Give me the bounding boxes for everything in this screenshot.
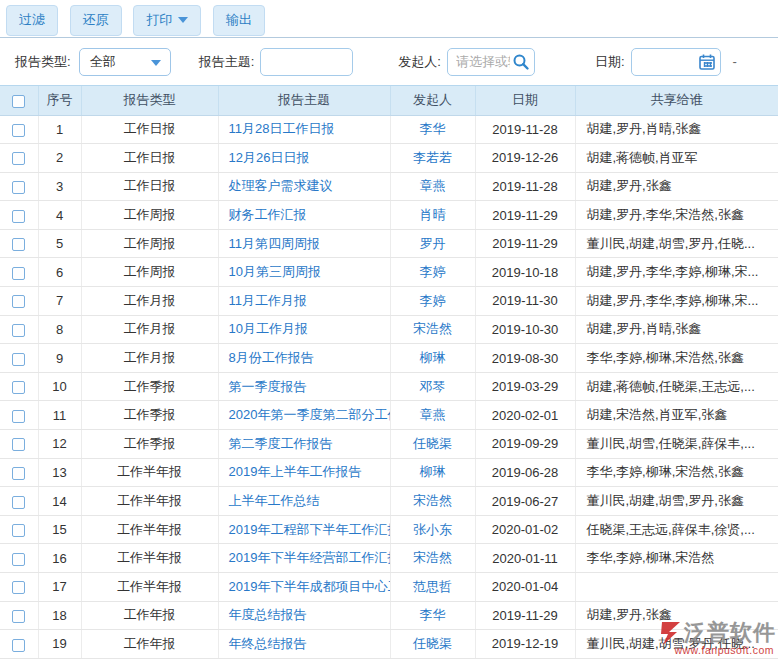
initiator-link[interactable]: 邓琴 <box>420 379 446 394</box>
row-checkbox[interactable] <box>12 238 25 251</box>
cell-report-type: 工作周报 <box>81 201 218 230</box>
cell-date: 2019-12-26 <box>475 144 575 173</box>
cell-no: 10 <box>38 372 81 401</box>
report-subject-link[interactable]: 年终总结报告 <box>229 636 307 651</box>
row-checkbox[interactable] <box>12 124 25 137</box>
cell-report-type: 工作季报 <box>81 401 218 430</box>
initiator-link[interactable]: 任晓渠 <box>413 436 452 451</box>
report-subject-link[interactable]: 处理客户需求建议 <box>229 178 333 193</box>
report-subject-link[interactable]: 10月工作月报 <box>229 321 308 336</box>
row-checkbox[interactable] <box>12 267 25 280</box>
table-row: 10工作季报第一季度报告邓琴2019-03-29胡建,蒋德帧,任晓渠,王志远,.… <box>0 372 778 401</box>
row-checkbox[interactable] <box>12 639 25 652</box>
table-body: 1工作日报11月28日工作日报李华2019-11-28胡建,罗丹,肖晴,张鑫2工… <box>0 115 778 658</box>
report-subject-link[interactable]: 10月第三周周报 <box>229 264 321 279</box>
initiator-link[interactable]: 李婷 <box>420 293 446 308</box>
row-checkbox[interactable] <box>12 353 25 366</box>
select-all-checkbox[interactable] <box>12 95 25 108</box>
print-button-label: 打印 <box>146 12 172 27</box>
initiator-link[interactable]: 章燕 <box>420 178 446 193</box>
row-checkbox[interactable] <box>12 152 25 165</box>
report-subject-link[interactable]: 2020年第一季度第二部分工作 <box>229 407 391 422</box>
table-row: 7工作月报11月工作月报李婷2019-11-30胡建,罗丹,李华,李婷,柳琳,宋… <box>0 287 778 316</box>
row-checkbox[interactable] <box>12 524 25 537</box>
report-table: 序号 报告类型 报告主题 发起人 日期 共享给谁 1工作日报11月28日工作日报… <box>0 86 778 659</box>
calendar-icon[interactable] <box>698 53 716 71</box>
report-subject-link[interactable]: 8月份工作报告 <box>229 350 314 365</box>
print-button[interactable]: 打印 <box>133 5 201 36</box>
search-icon[interactable] <box>512 53 530 71</box>
initiator-link[interactable]: 宋浩然 <box>413 550 452 565</box>
row-checkbox[interactable] <box>12 467 25 480</box>
report-subject-link[interactable]: 11月工作月报 <box>229 293 308 308</box>
cell-shared-with: 胡建,罗丹,张鑫 <box>575 172 778 201</box>
report-subject-link[interactable]: 11月28日工作日报 <box>229 121 335 136</box>
cell-no: 17 <box>38 573 81 602</box>
initiator-link[interactable]: 李华 <box>420 121 446 136</box>
cell-date: 2020-01-11 <box>475 544 575 573</box>
cell-date: 2019-12-19 <box>475 630 575 659</box>
initiator-link[interactable]: 李婷 <box>420 264 446 279</box>
row-checkbox[interactable] <box>12 581 25 594</box>
report-type-select[interactable]: 全部 <box>79 48 171 76</box>
table-row: 19工作年报年终总结报告任晓渠2019-12-19董川民,胡建,胡雪,罗丹,任晓… <box>0 630 778 659</box>
initiator-link[interactable]: 柳琳 <box>420 464 446 479</box>
chevron-down-icon <box>151 60 161 66</box>
row-checkbox[interactable] <box>12 210 25 223</box>
report-subject-link[interactable]: 第二季度工作报告 <box>229 436 333 451</box>
initiator-link[interactable]: 张小东 <box>413 522 452 537</box>
cell-date: 2019-06-28 <box>475 458 575 487</box>
initiator-link[interactable]: 肖晴 <box>420 207 446 222</box>
initiator-link[interactable]: 范思哲 <box>413 579 452 594</box>
row-checkbox[interactable] <box>12 324 25 337</box>
initiator-link[interactable]: 罗丹 <box>420 236 446 251</box>
initiator-link[interactable]: 柳琳 <box>420 350 446 365</box>
date-range-separator: - <box>733 54 737 69</box>
cell-shared-with: 胡建,蒋德帧,任晓渠,王志远,... <box>575 372 778 401</box>
initiator-link[interactable]: 宋浩然 <box>413 493 452 508</box>
cell-date: 2019-09-29 <box>475 430 575 459</box>
row-checkbox[interactable] <box>12 553 25 566</box>
row-checkbox[interactable] <box>12 410 25 423</box>
initiator-link[interactable]: 李华 <box>420 607 446 622</box>
report-subject-link[interactable]: 上半年工作总结 <box>229 493 320 508</box>
row-checkbox[interactable] <box>12 381 25 394</box>
chevron-down-icon <box>178 17 188 23</box>
cell-shared-with: 胡建,罗丹,李华,李婷,柳琳,宋... <box>575 258 778 287</box>
table-row: 8工作月报10月工作月报宋浩然2019-10-30胡建,罗丹,肖晴,张鑫 <box>0 315 778 344</box>
cell-report-type: 工作半年报 <box>81 544 218 573</box>
initiator-link[interactable]: 任晓渠 <box>413 636 452 651</box>
report-subject-link[interactable]: 2019年上半年工作报告 <box>229 464 362 479</box>
report-subject-link[interactable]: 2019年工程部下半年工作汇报 <box>229 522 391 537</box>
subject-input[interactable] <box>260 48 353 76</box>
report-subject-link[interactable]: 12月26日日报 <box>229 150 310 165</box>
report-subject-link[interactable]: 2019年下半年成都项目中心工 <box>229 579 391 594</box>
row-checkbox[interactable] <box>12 181 25 194</box>
report-type-label: 报告类型: <box>15 53 71 71</box>
reset-button[interactable]: 还原 <box>70 5 122 36</box>
row-checkbox[interactable] <box>12 496 25 509</box>
initiator-link[interactable]: 章燕 <box>420 407 446 422</box>
initiator-link[interactable]: 宋浩然 <box>413 321 452 336</box>
row-checkbox[interactable] <box>12 438 25 451</box>
initiator-link[interactable]: 李若若 <box>413 150 452 165</box>
filter-button[interactable]: 过滤 <box>6 5 58 36</box>
row-checkbox[interactable] <box>12 295 25 308</box>
table-row: 17工作半年报2019年下半年成都项目中心工范思哲2020-01-04 <box>0 573 778 602</box>
cell-report-type: 工作半年报 <box>81 458 218 487</box>
table-row: 5工作周报11月第四周周报罗丹2019-11-29董川民,胡建,胡雪,罗丹,任晓… <box>0 229 778 258</box>
report-subject-link[interactable]: 年度总结报告 <box>229 607 307 622</box>
table-row: 12工作季报第二季度工作报告任晓渠2019-09-29董川民,胡雪,任晓渠,薛保… <box>0 430 778 459</box>
report-subject-link[interactable]: 财务工作汇报 <box>229 207 307 222</box>
cell-no: 6 <box>38 258 81 287</box>
report-subject-link[interactable]: 11月第四周周报 <box>229 236 321 251</box>
cell-report-type: 工作季报 <box>81 430 218 459</box>
cell-report-type: 工作年报 <box>81 601 218 630</box>
cell-date: 2019-10-18 <box>475 258 575 287</box>
report-subject-link[interactable]: 第一季度报告 <box>229 379 307 394</box>
export-button[interactable]: 输出 <box>213 5 265 36</box>
report-subject-link[interactable]: 2019年下半年经营部工作汇报 <box>229 550 391 565</box>
table-row: 11工作季报2020年第一季度第二部分工作章燕2020-02-01胡建,宋浩然,… <box>0 401 778 430</box>
row-checkbox[interactable] <box>12 610 25 623</box>
table-row: 1工作日报11月28日工作日报李华2019-11-28胡建,罗丹,肖晴,张鑫 <box>0 115 778 144</box>
